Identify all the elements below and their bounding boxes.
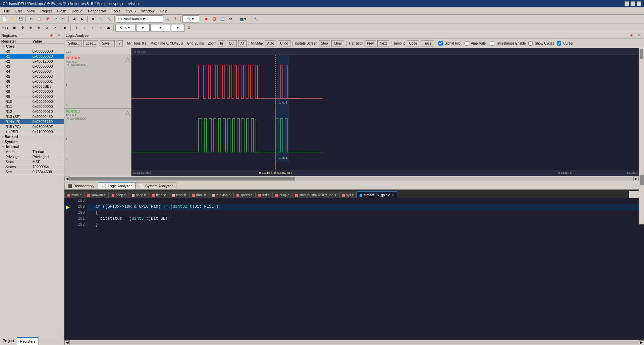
debug-zoom[interactable]: 🔍▼ [182, 15, 199, 23]
code-hscrollbar[interactable]: ◀ ▶ [64, 340, 644, 345]
tree-node-core[interactable]: ▼ Core [0, 44, 64, 49]
dbg6-btn[interactable]: ↗ [51, 24, 58, 31]
la-signalinfo-checkbox[interactable] [438, 41, 443, 46]
reg-row-r9[interactable]: R90x00000000 [0, 94, 64, 99]
dbg10-btn[interactable]: ⚙ [185, 24, 193, 31]
menu-svcs[interactable]: SVCS [123, 8, 139, 14]
redo-btn[interactable]: ↷ [60, 15, 67, 23]
la-setup-btn[interactable]: Setup... [66, 40, 82, 47]
reg-row-r0[interactable]: R00x00000000 [0, 49, 64, 54]
maximize-button[interactable]: □ [631, 1, 635, 6]
rec-btn[interactable]: ⏺ [203, 15, 210, 23]
reg-row-r3[interactable]: R30x00000000 [0, 64, 64, 69]
reg-row-states[interactable]: States79209964 [0, 164, 64, 169]
la-save-btn[interactable]: Save... [100, 40, 115, 47]
code-scroll-left[interactable]: ◀ [64, 340, 70, 345]
close-button[interactable]: ✕ [637, 1, 641, 6]
tab-disassembly[interactable]: ⬛ Disassembly [64, 183, 98, 189]
code-scroll-thumb[interactable] [640, 175, 644, 185]
la-next-btn[interactable]: Next [377, 40, 389, 47]
tab-duoji-c[interactable]: duoji.c [272, 192, 292, 198]
tab-logic-analyzer[interactable]: 📊 Logic Analyzer [98, 182, 136, 189]
code-scroll-right[interactable]: ▶ [639, 340, 644, 345]
tab-sys-c[interactable]: sys.c [339, 192, 357, 198]
tab-beep-c[interactable]: beep.c [109, 192, 129, 198]
reg-row-stack[interactable]: StackMSP [0, 159, 64, 164]
la-help-btn[interactable]: ? [116, 40, 123, 47]
mem-btn[interactable]: ▼ [136, 24, 150, 31]
reg-pin-btn[interactable]: 📌 [47, 33, 55, 38]
copy-btn[interactable]: 📋 [36, 15, 43, 23]
reg-row-r11[interactable]: R110x00000000 [0, 104, 64, 109]
reg-row-r8[interactable]: R80x00000000 [0, 89, 64, 94]
la-pin-btn[interactable]: 📌 [627, 33, 635, 38]
tab-main-c[interactable]: main.c [64, 192, 84, 198]
la-hscrollbar[interactable]: ◀ ▶ [64, 176, 644, 181]
reg-row-r6[interactable]: R60x00000001 [0, 79, 64, 84]
menu-edit[interactable]: Edit [13, 8, 24, 14]
tab-timer-c[interactable]: timer.c [149, 192, 169, 198]
waveform-area[interactable]: 1, d: 1 [131, 55, 639, 176]
menu-project[interactable]: Project [38, 8, 54, 14]
step-out-btn[interactable]: ↑ [89, 24, 96, 31]
dbg7-btn[interactable]: ⏏ [105, 24, 112, 31]
reg-row-r12[interactable]: R120x00000010 [0, 109, 64, 114]
reg-row-privilege[interactable]: PrivilegePrivileged [0, 154, 64, 159]
settings-btn[interactable]: ⚙ [227, 15, 234, 23]
reg-close-btn[interactable]: ✕ [55, 33, 63, 38]
reg-row-r14[interactable]: R14 (LR)0x08003159 [0, 119, 64, 124]
tab-beep-h[interactable]: beep.h [129, 192, 149, 198]
pin-btn[interactable]: 📍 [172, 15, 179, 23]
reg-row-r7[interactable]: R70x0000BB8 [0, 84, 64, 89]
step-over-btn[interactable]: ⤵ [72, 24, 80, 31]
la-scroll-right[interactable]: ▶ [633, 177, 639, 181]
dbg2-btn[interactable]: ⚙ [19, 24, 26, 31]
dbg3-btn[interactable]: ⊕ [27, 24, 34, 31]
la-showcycles-checkbox[interactable] [528, 41, 533, 46]
menu-view[interactable]: View [24, 8, 38, 14]
la-scrollbar[interactable] [639, 48, 644, 176]
reg-row-r15[interactable]: R15 (PC)0x0800050E [0, 124, 64, 129]
reset-btn[interactable]: 🔄 [219, 15, 226, 23]
la-scroll-track[interactable] [70, 177, 633, 181]
search-dropdown[interactable]: houzuozhuanxin▼ [116, 15, 163, 23]
la-cursor-checkbox[interactable] [557, 41, 561, 46]
code-vscrollbar[interactable] [639, 174, 644, 224]
reg-row-r10[interactable]: R100x00000000 [0, 99, 64, 104]
dbg5-btn[interactable]: ⊘ [43, 24, 50, 31]
la-prev-btn[interactable]: Prev [365, 40, 376, 47]
reg-row-r2[interactable]: R20x40012000 [0, 59, 64, 64]
dbg4-btn[interactable]: ⊗ [35, 24, 42, 31]
la-amplitude-checkbox[interactable] [465, 41, 469, 46]
rst-btn[interactable]: RST [1, 24, 10, 31]
la-zoom-out-btn[interactable]: Out [227, 40, 237, 47]
step-in-btn[interactable]: ↓ [80, 24, 88, 31]
reg-row-r13[interactable]: R13 (SP)0x20000450 [0, 114, 64, 119]
menu-window[interactable]: Window [139, 8, 157, 14]
reg-row-r1[interactable]: R10x00000020 [0, 54, 64, 59]
reg-row-r5[interactable]: R50x00000003 [0, 74, 64, 79]
la-stop-btn[interactable]: Stop [319, 40, 330, 47]
menu-file[interactable]: File [1, 8, 13, 14]
la-auto-btn[interactable]: Auto [265, 40, 277, 47]
tab-stm32-gpio-close[interactable]: ✕ [391, 194, 394, 197]
view-btn[interactable]: 📺▼ [235, 15, 252, 23]
run-btn[interactable]: ▶ [62, 24, 69, 31]
la-code-btn[interactable]: Code [407, 40, 420, 47]
tab-led-c[interactable]: led.c [255, 192, 272, 198]
la-signalinfo-check[interactable]: Signal Info [438, 41, 461, 46]
la-amplitude-check[interactable]: Amplitude [465, 41, 486, 46]
la-zoom-in-btn[interactable]: In [218, 40, 225, 47]
tab-project[interactable]: Project [0, 337, 17, 345]
menu-debug[interactable]: Debug [69, 8, 85, 14]
la-timestamps-checkbox[interactable] [490, 41, 494, 46]
reg-row-sec[interactable]: Sec0.73344608 [0, 169, 64, 175]
cmd-btn[interactable]: Cmd▼ [115, 24, 136, 31]
build2-btn[interactable]: 🔧 [97, 15, 105, 23]
code-scroll-track[interactable] [70, 341, 638, 344]
dbg8-btn[interactable]: ▼ [150, 24, 170, 31]
tab-stm32-gpio[interactable]: stm32f10x_gpio.c ✕ [357, 191, 397, 198]
tree-node-banked[interactable]: + Banked [0, 134, 64, 139]
nav-back-btn[interactable]: ◀ [70, 15, 78, 23]
tab-dropdown-btn[interactable]: ▼ [629, 191, 637, 198]
